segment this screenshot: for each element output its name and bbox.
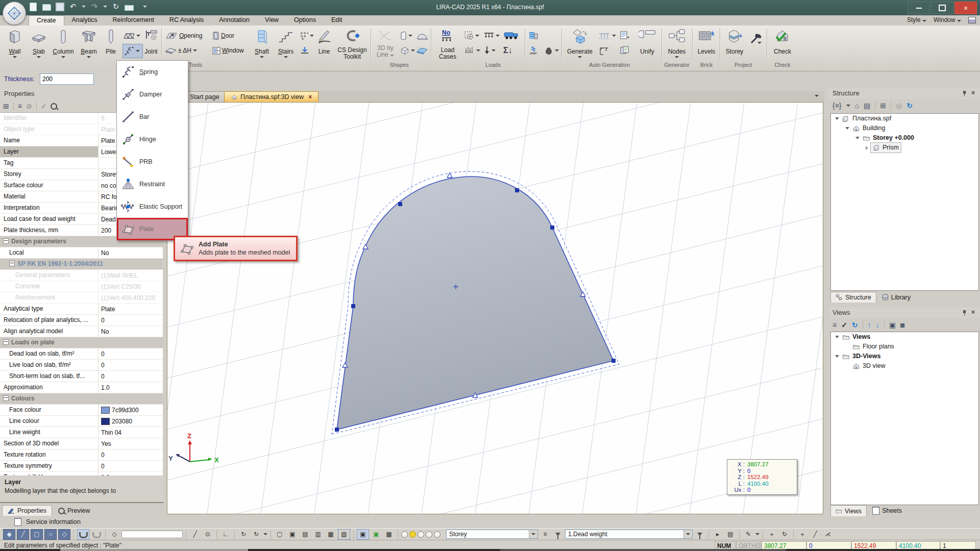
snap-distance-icon[interactable]: ◇ bbox=[109, 530, 120, 539]
tree-item-building[interactable]: Building bbox=[831, 123, 978, 133]
hammer-dropdown-button[interactable] bbox=[748, 27, 764, 59]
weight-dropdown-button[interactable] bbox=[543, 44, 561, 57]
ground-spring-button[interactable] bbox=[528, 44, 543, 57]
menu-item-damper[interactable]: Damper bbox=[117, 83, 188, 106]
3d-viewport[interactable]: Z X Y bbox=[167, 102, 823, 514]
lamp-on-icon[interactable] bbox=[409, 531, 416, 538]
refresh-views-icon[interactable]: ↻ bbox=[852, 321, 858, 329]
prop-row-concrete[interactable]: Concrete(1)Vert C25/30 bbox=[0, 281, 163, 292]
prop-row-reinforcement[interactable]: Reinforcement(1)Vert 400.400.220 bbox=[0, 292, 163, 304]
prop-row-texture-rotation[interactable]: Texture rotation0 bbox=[0, 449, 163, 461]
collapse-icon[interactable] bbox=[3, 395, 9, 401]
close-tab-icon[interactable]: × bbox=[308, 93, 312, 101]
expand-icon[interactable] bbox=[855, 137, 860, 139]
pin-icon[interactable] bbox=[962, 91, 967, 96]
tab-reinforcement[interactable]: Reinforcement bbox=[105, 15, 162, 26]
snap-slider[interactable] bbox=[121, 531, 183, 538]
vehicle-load-button[interactable] bbox=[502, 29, 525, 42]
menu-item-hinge[interactable]: Hinge bbox=[117, 128, 188, 151]
thickness-input[interactable] bbox=[40, 73, 94, 85]
group-load-dropdown-button[interactable] bbox=[463, 44, 483, 57]
lamp-off-icon[interactable] bbox=[401, 531, 408, 538]
storey-button[interactable]: Storey bbox=[723, 27, 746, 59]
tab-list-caret-icon[interactable] bbox=[815, 95, 819, 97]
move-button[interactable]: ＋ bbox=[766, 530, 777, 539]
measure-button[interactable]: ╱ bbox=[810, 530, 821, 539]
maximize-button[interactable] bbox=[931, 2, 953, 14]
draw-circle-button[interactable]: ⊙ bbox=[202, 530, 213, 539]
prop-row-live-load[interactable]: Live load on slab, tf/m²0 bbox=[0, 360, 163, 371]
lamp-point-icon[interactable] bbox=[426, 531, 432, 538]
num-lock-indicator[interactable]: NUM bbox=[715, 541, 736, 549]
levels-button[interactable]: Levels bbox=[695, 27, 718, 59]
beam-button[interactable]: Beam bbox=[78, 27, 100, 59]
joint-button[interactable]: Joint bbox=[142, 27, 160, 59]
copy-spec-button[interactable] bbox=[619, 44, 636, 57]
menu-item-prb[interactable]: PRB bbox=[117, 151, 188, 173]
expand-icon[interactable] bbox=[835, 355, 839, 358]
tab-options[interactable]: Options bbox=[286, 15, 324, 26]
collapse-icon[interactable] bbox=[3, 339, 9, 345]
shaft-button[interactable]: Shaft bbox=[251, 27, 273, 59]
delta-h-button[interactable]: ± ΔH bbox=[164, 44, 210, 57]
storey-filter-button[interactable] bbox=[552, 530, 564, 539]
line-button[interactable]: Line bbox=[314, 27, 334, 59]
prop-row-line-weight[interactable]: Line weightThin 04 bbox=[0, 427, 163, 438]
display-shaded-toggle[interactable]: ▣ bbox=[371, 530, 382, 539]
wall-load-button[interactable] bbox=[528, 29, 543, 42]
snap-point-toggle[interactable]: ○ bbox=[44, 529, 57, 540]
expand-icon[interactable] bbox=[835, 336, 839, 338]
add-camera-icon[interactable]: ◙ bbox=[900, 321, 904, 329]
view-cube-2[interactable]: ▣ bbox=[287, 530, 298, 539]
view-cube-section[interactable]: ▧ bbox=[338, 529, 350, 540]
table-button[interactable]: ▤ bbox=[725, 530, 736, 539]
tab-structure[interactable]: Structure bbox=[830, 292, 876, 303]
grid-points-dropdown-button[interactable] bbox=[299, 29, 315, 42]
tab-properties[interactable]: Properties bbox=[2, 505, 52, 516]
shell-shape-button[interactable] bbox=[415, 44, 431, 57]
plate-surface[interactable] bbox=[337, 177, 614, 430]
display-mesh-toggle[interactable]: ▦ bbox=[383, 530, 395, 539]
view-cube-5[interactable]: ▦ bbox=[325, 530, 336, 539]
prop-row-section-3d[interactable]: Section of 3D modelYes bbox=[0, 438, 163, 449]
tab-library[interactable]: Library bbox=[877, 292, 915, 303]
draw-line-button[interactable]: ╱ bbox=[189, 530, 201, 539]
find-icon[interactable]: ◎ bbox=[896, 102, 902, 110]
home-icon[interactable]: ⌂ bbox=[855, 102, 859, 110]
close-panel-icon[interactable]: × bbox=[971, 89, 975, 96]
prop-group-sp-rk-en[interactable]: SP RK EN 1992-1-1:2004/2011 bbox=[0, 259, 163, 270]
filtered-list-icon[interactable]: ⊘ bbox=[26, 102, 32, 110]
tree-item-views[interactable]: Views bbox=[831, 332, 978, 342]
tab-3d-view[interactable]: Пластина.spf:3D view × bbox=[224, 91, 318, 102]
rotate-caret-icon[interactable] bbox=[263, 533, 267, 535]
filter-caret-icon[interactable] bbox=[846, 105, 850, 107]
prop-row-general-parameters[interactable]: General parameters(1)Wall SHEL bbox=[0, 270, 163, 281]
linear-load-dropdown-button[interactable] bbox=[483, 29, 502, 42]
tab-annotation[interactable]: Annotation bbox=[211, 15, 257, 26]
style-menu[interactable]: Style bbox=[907, 16, 926, 23]
lamp-group-icon[interactable] bbox=[434, 531, 440, 538]
prop-row-align-analytical[interactable]: Align analytical modelNo bbox=[0, 326, 163, 337]
menu-item-restraint[interactable]: Restraint bbox=[117, 173, 188, 195]
spec-list-button[interactable] bbox=[619, 29, 636, 42]
wall-button[interactable]: Wall bbox=[4, 27, 26, 59]
opening-button[interactable]: Opening bbox=[164, 29, 210, 42]
collapse-icon[interactable] bbox=[3, 238, 9, 244]
snap-line-toggle[interactable]: ╱ bbox=[17, 529, 29, 540]
measure-angle-button[interactable]: ⋌ bbox=[822, 530, 834, 539]
load-cases-button[interactable]: No LoadCases bbox=[434, 27, 461, 59]
tab-view[interactable]: View bbox=[257, 15, 286, 26]
anchor-level-button[interactable] bbox=[299, 44, 315, 57]
apply-view-icon[interactable]: ✓ bbox=[841, 321, 847, 329]
move-copy-button[interactable]: ＋ bbox=[797, 530, 808, 539]
tab-views[interactable]: Views bbox=[830, 505, 867, 516]
snap-segment-toggle[interactable]: ◇ bbox=[58, 529, 70, 540]
refresh-icon[interactable]: ↻ bbox=[906, 102, 913, 110]
tab-rc-analysis[interactable]: RC Analysis bbox=[162, 15, 211, 26]
view-cube-1[interactable]: ▢ bbox=[274, 530, 285, 539]
cube-shape-dropdown-button[interactable] bbox=[399, 44, 416, 57]
storey-layers-button[interactable]: ≡ bbox=[540, 530, 551, 539]
tree-item-storey[interactable]: Storey +0.000 bbox=[831, 133, 978, 143]
apply-icon[interactable]: ✓ bbox=[41, 102, 47, 110]
ortho-indicator[interactable]: ORTHO bbox=[736, 541, 762, 549]
